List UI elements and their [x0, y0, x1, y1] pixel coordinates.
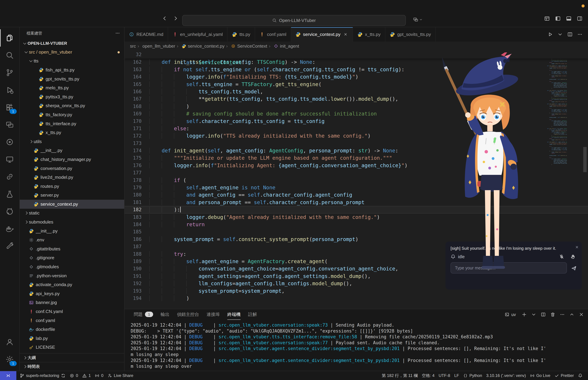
code-line[interactable]: 161 — [544, 89, 567, 90]
code-line[interactable]: 177 — [544, 69, 567, 70]
tree-item[interactable]: __init__.py — [20, 146, 124, 155]
error-count[interactable]: 0 — [68, 371, 80, 380]
code-line[interactable]: 185 — [544, 154, 567, 155]
code-line[interactable]: 185 — [544, 77, 567, 79]
breadcrumb-src[interactable]: src — [130, 43, 136, 49]
code-line[interactable]: 173 — [125, 140, 588, 147]
code-line[interactable]: 174 def init_agent(self, agent_config: A… — [544, 65, 567, 67]
code-line[interactable]: 170 self.character_config.tts_config = t… — [544, 99, 567, 100]
tree-item[interactable]: .python-version — [20, 271, 124, 280]
run-python-file-button[interactable] — [548, 32, 553, 37]
code-line[interactable]: 189 self.agent_engine = AgentFactory.cre… — [544, 158, 567, 160]
code-line[interactable]: 181 and persona_prompt == self.character… — [544, 73, 567, 74]
search[interactable] — [0, 47, 19, 64]
code-line[interactable]: 178 if ( — [125, 177, 588, 184]
code-line[interactable]: 179 self.agent_engine is not None — [544, 109, 567, 110]
code-line[interactable]: 176 logger.info(f"Initializing Agent: {a… — [544, 106, 567, 107]
tree-item[interactable]: __init__.py — [20, 227, 124, 236]
manage[interactable]: 1 — [0, 351, 19, 368]
code-line[interactable]: 171 else: — [544, 100, 567, 101]
code-line[interactable]: 181 and persona_prompt == self.character… — [544, 111, 567, 113]
forward-arrow-icon[interactable] — [173, 16, 178, 21]
split-terminal-button[interactable] — [541, 312, 546, 317]
panel-more-actions[interactable] — [560, 312, 565, 317]
code-line[interactable]: 168 ) — [125, 103, 588, 110]
sticky-scroll-line[interactable]: 32class ServiceContext: — [125, 51, 588, 58]
code-line[interactable]: 192 llm_configs=agent_config.llm_configs… — [544, 162, 567, 163]
code-line[interactable]: 170 self.character_config.tts_config = t… — [544, 137, 567, 138]
code-line[interactable]: 184 return — [544, 153, 567, 154]
code-line[interactable]: 191 agent_settings=agent_config.agent_se… — [544, 122, 567, 124]
code-line[interactable]: 180 and agent_config == self.character_c… — [544, 72, 567, 73]
code-line[interactable]: 173 — [544, 64, 567, 65]
python-interpreter[interactable]: 3.10.16 ('.venv': venv) — [484, 371, 528, 380]
tree-item[interactable]: .gitattributes — [20, 245, 124, 253]
code-line[interactable]: 194 ) — [544, 164, 567, 165]
code-line[interactable]: 167 **getattr(tts_config, tts_config.tts… — [544, 134, 567, 135]
code-line[interactable]: 187 — [544, 118, 567, 119]
notifications-bell[interactable] — [576, 371, 585, 380]
code-line[interactable]: 183 logger.debug("Agent already initiali… — [125, 213, 588, 221]
code-line[interactable]: 172 logger.info("TTS already initialized… — [125, 132, 588, 139]
code-line[interactable]: 186 system_prompt = self.construct_syste… — [544, 117, 567, 118]
code-line[interactable]: 182 ): — [544, 151, 567, 152]
tree-item[interactable]: conversation.py — [20, 164, 124, 173]
code-line[interactable]: 165 self.tts_engine = TTSFactory.get_tts… — [544, 93, 567, 95]
code-line[interactable]: 166 tts_config.tts_model, — [125, 88, 588, 95]
tree-item[interactable]: chat_history_manager.py — [20, 155, 124, 164]
code-line[interactable]: 194 ) — [544, 126, 567, 127]
code-line[interactable]: 184 return — [544, 76, 567, 78]
tree-item[interactable]: lab.py — [20, 334, 124, 343]
code-line[interactable]: 171 else: — [125, 125, 588, 132]
code-line[interactable]: 168 ) — [544, 135, 567, 136]
terminal[interactable]: 2025-01-19 12:42:04 | DEBUG | src.open_l… — [125, 320, 588, 371]
code-line[interactable]: 172 logger.info("TTS already initialized… — [544, 139, 567, 140]
code-line[interactable]: 163 if not self.tts_engine or (self.char… — [125, 66, 588, 73]
code-line[interactable]: 173 — [544, 140, 567, 142]
explorer[interactable] — [0, 29, 19, 47]
testing[interactable] — [0, 185, 19, 203]
tree-item[interactable]: melo_tts.py — [20, 83, 124, 92]
code-line[interactable]: 175 """Initialize or update the LLM engi… — [544, 66, 567, 68]
code-line[interactable]: 190 conversation_agent_choice=agent_conf… — [544, 160, 567, 161]
code-line[interactable]: 176 logger.info(f"Initializing Agent: {a… — [544, 68, 567, 69]
code-line[interactable]: 183 logger.debug("Agent already initiali… — [544, 75, 567, 76]
command-center-search[interactable]: Open-LLM-VTuber — [182, 15, 406, 26]
panel-tab-terminal[interactable]: 終端機 — [227, 309, 241, 320]
code-line[interactable]: 177 — [125, 169, 588, 176]
tab-en-unhelpful-ai[interactable]: en_unhelpful_ai.yaml — [168, 27, 228, 41]
editor-more-actions[interactable] — [577, 32, 583, 37]
code-line[interactable]: 178 if ( — [544, 108, 567, 109]
code-line[interactable]: 184 return — [544, 115, 567, 116]
code-line[interactable]: 165 self.tts_engine = TTSFactory.get_tts… — [544, 132, 567, 133]
editor-layout-dropdown[interactable] — [413, 17, 423, 22]
cursor-position[interactable]: 第 182 行，第 11 欄 — [380, 371, 420, 380]
code-line[interactable]: 193 system_prompt=system_prompt, — [544, 87, 567, 88]
code-line[interactable]: 164 logger.info(f"Initializing TTS: {tts… — [544, 92, 567, 93]
github[interactable] — [0, 203, 19, 220]
code-line[interactable]: 183 logger.debug("Agent already initiali… — [544, 114, 567, 115]
code-line[interactable]: 179 self.agent_engine is not None — [125, 184, 588, 191]
code-line[interactable]: 187 — [544, 156, 567, 157]
tab-tts[interactable]: tts.py — [228, 27, 255, 41]
code-line[interactable]: 190 conversation_agent_choice=agent_conf… — [544, 83, 567, 84]
code-line[interactable]: 166 tts_config.tts_model, — [544, 95, 567, 95]
tree-item[interactable]: LICENSE — [20, 343, 124, 352]
tree-item[interactable]: banner.jpg — [20, 298, 124, 307]
live-share[interactable] — [0, 168, 19, 185]
toggle-primary-sidebar-icon[interactable] — [555, 16, 561, 21]
breadcrumb-file[interactable]: service_context.py — [177, 43, 225, 49]
code-line[interactable]: 180 and agent_config == self.character_c… — [544, 148, 567, 150]
code-line[interactable]: 169 # saving config should be done after… — [544, 98, 567, 99]
split-editor-button[interactable] — [567, 32, 573, 37]
panel-tab-ports[interactable]: 連接埠 — [207, 309, 220, 320]
remote-explorer[interactable] — [0, 116, 19, 133]
code-line[interactable]: 187 — [544, 80, 567, 81]
prettier-status[interactable]: Prettier — [552, 371, 576, 380]
code-line[interactable]: 185 — [544, 116, 567, 117]
workspace-root-folder[interactable]: OPEN-LLM-VTUBER — [20, 39, 124, 48]
run-dropdown-icon[interactable] — [557, 32, 563, 37]
code-line[interactable]: 188 try: — [544, 119, 567, 120]
maximize-panel-button[interactable] — [569, 312, 574, 317]
code-line[interactable]: 167 **getattr(tts_config, tts_config.tts… — [125, 95, 588, 103]
